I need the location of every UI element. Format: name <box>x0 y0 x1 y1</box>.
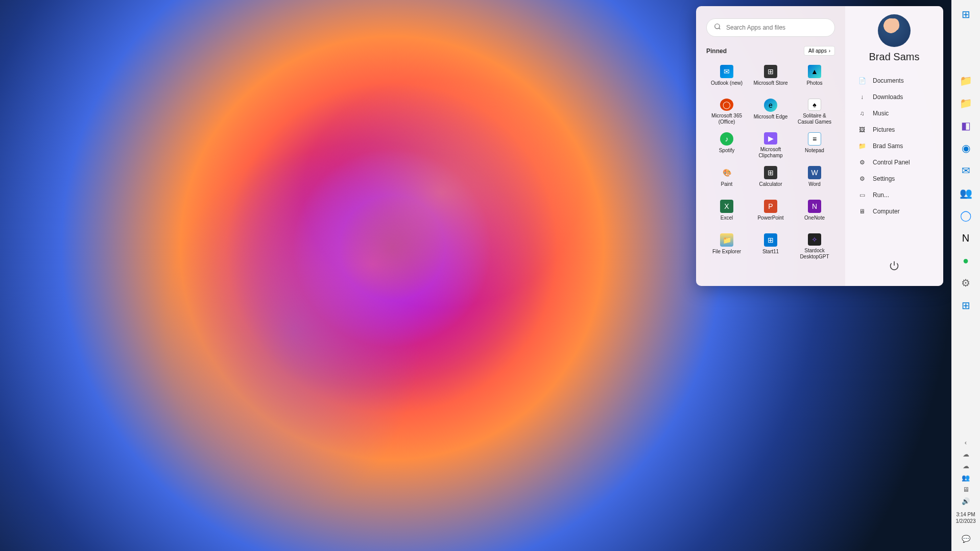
microsoft-edge-icon: e <box>764 99 777 112</box>
app-tile-calculator[interactable]: ⊞Calculator <box>750 163 791 196</box>
app-label: File Explorer <box>712 249 741 255</box>
app-label: Microsoft Clipchamp <box>751 147 790 159</box>
word-icon: W <box>808 166 821 179</box>
app-tile-start11[interactable]: ⊞Start11 <box>750 230 791 263</box>
side-item-user-folder[interactable]: 📁Brad Sams <box>854 138 934 154</box>
side-item-downloads[interactable]: ↓Downloads <box>854 89 934 105</box>
side-item-documents[interactable]: 📄Documents <box>854 73 934 88</box>
app-tile-paint[interactable]: 🎨Paint <box>706 163 747 196</box>
pinned-header: Pinned All apps › <box>706 46 835 56</box>
search-input[interactable] <box>726 24 827 31</box>
start-menu-main: Pinned All apps › ✉Outlook (new)⊞Microso… <box>696 6 845 286</box>
power-button[interactable] <box>884 255 904 278</box>
taskbar-folder-icon[interactable]: 📁 <box>955 93 976 113</box>
search-icon <box>714 23 721 32</box>
app-tile-powerpoint[interactable]: PPowerPoint <box>750 197 791 229</box>
avatar[interactable] <box>878 14 911 47</box>
taskbar-clock[interactable]: 3:14 PM 1/2/2023 <box>956 509 976 529</box>
username: Brad Sams <box>854 51 934 63</box>
microsoft-365-office--icon: ◯ <box>720 99 733 111</box>
stardock-desktopgpt-icon: ✧ <box>808 233 821 246</box>
app-label: Excel <box>721 215 733 221</box>
pinned-title: Pinned <box>706 47 727 55</box>
app-tile-notepad[interactable]: ≡Notepad <box>794 129 835 162</box>
control-panel-icon: ⚙ <box>857 159 867 166</box>
systray-volume-icon[interactable]: 🔊 <box>960 497 972 505</box>
spotify-icon: ♪ <box>720 132 733 146</box>
systray-expand-icon[interactable]: ‹ <box>960 439 972 446</box>
app-label: Start11 <box>762 249 779 255</box>
app-tile-microsoft-clipchamp[interactable]: ▶Microsoft Clipchamp <box>750 129 791 162</box>
app-tile-word[interactable]: WWord <box>794 163 835 196</box>
taskbar-start11-icon[interactable]: ⊞ <box>955 295 976 316</box>
powerpoint-icon: P <box>764 200 777 213</box>
downloads-icon: ↓ <box>857 93 867 101</box>
system-tray: ‹☁☁👥🖥🔊 <box>960 435 972 509</box>
side-item-label: Music <box>873 110 889 117</box>
taskbar-outlook-icon[interactable]: ✉ <box>955 160 976 181</box>
taskbar-settings-icon[interactable]: ⚙ <box>955 273 976 293</box>
calculator-icon: ⊞ <box>764 166 777 179</box>
side-item-run[interactable]: ▭Run... <box>854 187 934 203</box>
microsoft-clipchamp-icon: ▶ <box>764 132 777 145</box>
chevron-right-icon: › <box>829 48 830 54</box>
taskbar: ⊞📁📁◧◉✉👥◯N●⚙⊞ ‹☁☁👥🖥🔊 3:14 PM 1/2/2023 💬 <box>951 0 980 551</box>
user-folder-icon: 📁 <box>857 142 867 150</box>
side-item-label: Documents <box>873 77 904 84</box>
taskbar-teams-icon[interactable]: 👥 <box>955 183 976 203</box>
taskbar-file-explorer-icon[interactable]: 📁 <box>955 70 976 91</box>
side-item-settings[interactable]: ⚙Settings <box>854 171 934 186</box>
systray-cloud-icon[interactable]: ☁ <box>960 450 972 458</box>
onenote-icon: N <box>808 200 821 213</box>
start11-icon: ⊞ <box>764 233 777 247</box>
taskbar-apps: ⊞📁📁◧◉✉👥◯N●⚙⊞ <box>955 4 976 318</box>
app-tile-spotify[interactable]: ♪Spotify <box>706 129 747 162</box>
svg-point-0 <box>715 24 720 29</box>
side-item-music[interactable]: ♫Music <box>854 106 934 121</box>
taskbar-edge-icon[interactable]: ◉ <box>955 138 976 158</box>
taskbar-spotify-icon[interactable]: ● <box>955 250 976 271</box>
systray-onedrive-icon[interactable]: ☁ <box>960 462 972 470</box>
side-item-pictures[interactable]: 🖼Pictures <box>854 122 934 137</box>
app-label: Microsoft Edge <box>754 114 788 120</box>
excel-icon: X <box>720 200 733 213</box>
side-item-computer[interactable]: 🖥Computer <box>854 204 934 219</box>
notifications-icon[interactable]: 💬 <box>955 529 976 549</box>
run-icon: ▭ <box>857 191 867 199</box>
app-tile-outlook-new-[interactable]: ✉Outlook (new) <box>706 62 747 94</box>
side-item-label: Brad Sams <box>873 142 903 150</box>
app-tile-solitaire-casual-games[interactable]: ♠Solitaire & Casual Games <box>794 95 835 128</box>
app-tile-microsoft-365-office-[interactable]: ◯Microsoft 365 (Office) <box>706 95 747 128</box>
all-apps-label: All apps <box>808 48 827 54</box>
solitaire-casual-games-icon: ♠ <box>808 99 821 111</box>
pictures-icon: 🖼 <box>857 126 867 133</box>
app-tile-file-explorer[interactable]: 📁File Explorer <box>706 230 747 263</box>
app-tile-photos[interactable]: ▲Photos <box>794 62 835 94</box>
start-menu-sidebar: Brad Sams 📄Documents↓Downloads♫Music🖼Pic… <box>845 6 943 286</box>
taskbar-notion-icon[interactable]: N <box>955 228 976 248</box>
search-box[interactable] <box>706 18 835 37</box>
start-menu: Pinned All apps › ✉Outlook (new)⊞Microso… <box>696 6 943 286</box>
taskbar-app-purple-icon[interactable]: ◧ <box>955 115 976 136</box>
all-apps-button[interactable]: All apps › <box>804 46 835 56</box>
notepad-icon: ≡ <box>808 132 821 146</box>
app-tile-excel[interactable]: XExcel <box>706 197 747 229</box>
side-item-label: Settings <box>873 175 895 182</box>
taskbar-start-icon[interactable]: ⊞ <box>955 4 976 25</box>
systray-display-icon[interactable]: 🖥 <box>960 486 972 493</box>
pinned-grid: ✉Outlook (new)⊞Microsoft Store▲Photos◯Mi… <box>706 62 835 263</box>
app-label: PowerPoint <box>757 215 783 221</box>
app-tile-stardock-desktopgpt[interactable]: ✧Stardock DesktopGPT <box>794 230 835 263</box>
documents-icon: 📄 <box>857 77 867 84</box>
systray-teams-tray-icon[interactable]: 👥 <box>960 474 972 482</box>
app-label: Spotify <box>719 148 735 154</box>
app-tile-microsoft-store[interactable]: ⊞Microsoft Store <box>750 62 791 94</box>
clock-date: 1/2/2023 <box>956 518 976 524</box>
svg-line-1 <box>719 28 721 30</box>
app-label: Calculator <box>759 181 782 187</box>
taskbar-onepassword-icon[interactable]: ◯ <box>955 205 976 226</box>
app-tile-microsoft-edge[interactable]: eMicrosoft Edge <box>750 95 791 128</box>
side-item-control-panel[interactable]: ⚙Control Panel <box>854 155 934 170</box>
app-tile-onenote[interactable]: NOneNote <box>794 197 835 229</box>
side-item-label: Pictures <box>873 126 895 133</box>
